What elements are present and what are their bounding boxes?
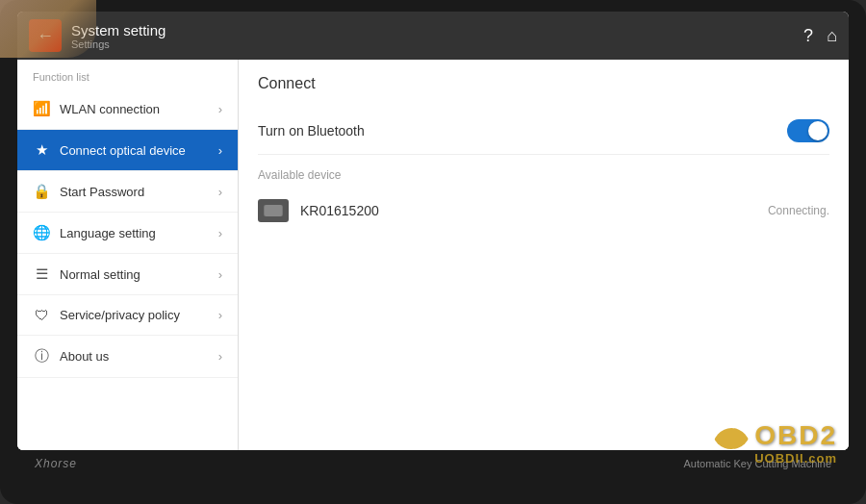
sidebar-item-service-privacy[interactable]: 🛡 Service/privacy policy › [17,295,238,336]
sidebar-item-label-about: About us [60,349,209,364]
header-titles: System setting Settings [71,22,794,50]
sidebar-item-language[interactable]: 🌐 Language setting › [17,213,238,254]
sidebar-item-label-normal: Normal setting [60,267,209,282]
sidebar-item-connect-optical[interactable]: ★ Connect optical device › [17,130,238,171]
lock-icon: 🔒 [33,183,50,200]
shield-icon: 🛡 [33,307,50,323]
chevron-icon-connect-optical: › [218,143,222,158]
sidebar-item-start-password[interactable]: 🔒 Start Password › [17,171,238,213]
bluetooth-icon: ★ [33,141,50,159]
sidebar-item-normal[interactable]: ☰ Normal setting › [17,254,238,295]
header-sub-title: Settings [71,38,794,50]
settings-icon: ☰ [33,265,50,283]
header-icons: ? ⌂ [803,26,837,46]
main-content: Function list 📶 WLAN connection › ★ Conn… [17,60,849,450]
chevron-icon-language: › [218,226,222,240]
panel-title: Connect [258,75,829,92]
device-status: Connecting. [768,204,829,217]
chevron-icon-wlan: › [218,102,222,116]
device-icon [258,199,289,222]
sidebar-item-wlan[interactable]: 📶 WLAN connection › [17,88,238,130]
help-icon[interactable]: ? [803,26,813,46]
svg-point-2 [272,214,274,216]
svg-rect-1 [266,207,281,214]
device-row[interactable]: KR01615200 Connecting. [258,189,829,232]
available-label: Available device [258,168,829,182]
sidebar-item-label-start-password: Start Password [60,185,209,199]
sidebar-item-label-connect-optical: Connect optical device [60,143,209,158]
right-panel: Connect Turn on Bluetooth Available devi… [239,60,849,450]
toggle-knob [808,121,828,140]
sidebar-item-label-service-privacy: Service/privacy policy [60,308,209,322]
wifi-icon: 📶 [33,100,50,117]
function-list-label: Function list [17,60,238,88]
sidebar-item-label-language: Language setting [60,226,209,240]
back-button[interactable]: ← [29,19,62,52]
sidebar-item-label-wlan: WLAN connection [60,102,209,116]
bluetooth-label: Turn on Bluetooth [258,123,787,139]
home-icon[interactable]: ⌂ [827,26,837,46]
device-svg [263,203,284,218]
svg-rect-0 [264,205,283,216]
device-name: KR01615200 [300,203,756,218]
sidebar-item-about[interactable]: ⓘ About us › [17,336,238,378]
bottom-bar: Xhorse Automatic Key Cutting Machine [17,450,849,477]
device-frame: ← System setting Settings ? ⌂ Function l… [0,0,866,504]
header-main-title: System setting [71,22,794,38]
bluetooth-toggle[interactable] [787,119,829,142]
brand-right: Automatic Key Cutting Machine [684,458,831,469]
info-icon: ⓘ [33,347,50,365]
chevron-icon-about: › [218,349,222,364]
chevron-icon-normal: › [218,267,222,282]
back-arrow-icon: ← [37,26,54,46]
brand-left: Xhorse [35,457,77,470]
header: ← System setting Settings ? ⌂ [17,12,849,60]
sidebar: Function list 📶 WLAN connection › ★ Conn… [17,60,239,450]
bluetooth-toggle-row: Turn on Bluetooth [258,108,829,155]
screen: ← System setting Settings ? ⌂ Function l… [17,12,849,450]
chevron-icon-service-privacy: › [218,308,222,322]
globe-icon: 🌐 [33,224,50,241]
chevron-icon-start-password: › [218,185,222,199]
